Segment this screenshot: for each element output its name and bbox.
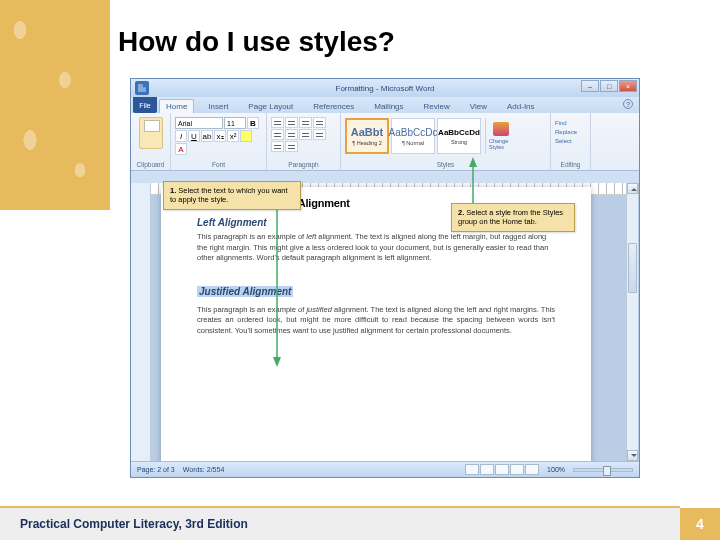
style-gallery: AaBbt ¶ Heading 2 AaBbCcDc ¶ Normal AaBb… <box>345 115 546 154</box>
tab-view[interactable]: View <box>464 100 493 113</box>
align-right-button[interactable] <box>313 129 326 140</box>
editing-group: Find Replace Select Editing <box>551 113 591 170</box>
highlight-button[interactable] <box>240 130 252 142</box>
scroll-up-button[interactable] <box>627 183 638 194</box>
tab-insert[interactable]: Insert <box>202 100 234 113</box>
font-name-select[interactable]: Arial <box>175 117 223 129</box>
zoom-slider[interactable] <box>573 468 633 472</box>
svg-marker-3 <box>469 157 477 167</box>
change-styles-button[interactable]: Change Styles <box>485 118 513 154</box>
decorative-pattern <box>0 0 110 210</box>
tab-mailings[interactable]: Mailings <box>368 100 409 113</box>
view-outline[interactable] <box>510 464 524 475</box>
editing-label: Editing <box>555 161 586 168</box>
style-normal[interactable]: AaBbCcDc ¶ Normal <box>391 118 435 154</box>
slide-title: How do I use styles? <box>118 26 395 58</box>
callout-2-arrow <box>467 157 487 205</box>
multilevel-button[interactable] <box>299 117 312 128</box>
close-button[interactable]: × <box>619 80 637 92</box>
vertical-scrollbar[interactable] <box>626 183 638 461</box>
italic-button[interactable]: I <box>175 130 187 142</box>
callout-2: 2. 2. Select a style from the Styles gro… <box>451 203 575 232</box>
tab-addins[interactable]: Add-Ins <box>501 100 541 113</box>
find-button[interactable]: Find <box>555 119 586 128</box>
titlebar: Formatting - Microsoft Word – □ × <box>131 79 639 97</box>
doc-paragraph-1: This paragraph is an example of left ali… <box>197 232 555 264</box>
styles-label: Styles <box>345 161 546 168</box>
maximize-button[interactable]: □ <box>600 80 618 92</box>
slide-page-number: 4 <box>680 508 720 540</box>
superscript-button[interactable]: x² <box>227 130 239 142</box>
zoom-percent: 100% <box>547 466 565 473</box>
select-button[interactable]: Select <box>555 137 586 146</box>
scroll-down-button[interactable] <box>627 450 638 461</box>
bold-button[interactable]: B <box>247 117 259 129</box>
underline-button[interactable]: U <box>188 130 200 142</box>
font-label: Font <box>175 161 262 168</box>
view-draft[interactable] <box>525 464 539 475</box>
window-title: Formatting - Microsoft Word <box>336 84 435 93</box>
statusbar: Page: 2 of 3 Words: 2/554 100% <box>131 461 639 477</box>
scroll-thumb[interactable] <box>628 243 637 293</box>
tab-review[interactable]: Review <box>418 100 456 113</box>
paste-button[interactable] <box>139 117 163 149</box>
indent-dec-button[interactable] <box>313 117 326 128</box>
align-justify-button[interactable] <box>271 141 284 152</box>
footer-text: Practical Computer Literacy, 3rd Edition <box>20 517 248 531</box>
numbering-button[interactable] <box>285 117 298 128</box>
font-color-button[interactable]: A <box>175 143 187 155</box>
clipboard-group: Clipboard <box>131 113 171 170</box>
subscript-button[interactable]: x₂ <box>214 130 226 142</box>
indent-inc-button[interactable] <box>271 129 284 140</box>
status-words: Words: 2/554 <box>183 466 225 473</box>
minimize-button[interactable]: – <box>581 80 599 92</box>
ribbon: Clipboard Arial 11 B I U ab x₂ x² A Font <box>131 113 639 171</box>
style-heading2[interactable]: AaBbt ¶ Heading 2 <box>345 118 389 154</box>
align-center-button[interactable] <box>299 129 312 140</box>
replace-button[interactable]: Replace <box>555 128 586 137</box>
tab-home[interactable]: Home <box>159 99 194 113</box>
word-window: Formatting - Microsoft Word – □ × File H… <box>130 78 640 478</box>
font-group: Arial 11 B I U ab x₂ x² A Font <box>171 113 267 170</box>
paragraph-label: Paragraph <box>271 161 336 168</box>
paragraph-group: Paragraph <box>267 113 341 170</box>
style-strong[interactable]: AaBbCcDd Strong <box>437 118 481 154</box>
tab-page-layout[interactable]: Page Layout <box>242 100 299 113</box>
help-icon[interactable]: ? <box>623 99 633 109</box>
file-tab[interactable]: File <box>133 97 157 113</box>
strike-button[interactable]: ab <box>201 130 213 142</box>
slide-footer: Practical Computer Literacy, 3rd Edition <box>0 508 720 540</box>
word-app-icon <box>135 81 149 95</box>
svg-marker-1 <box>273 357 281 367</box>
tab-references[interactable]: References <box>307 100 360 113</box>
view-full-screen[interactable] <box>480 464 494 475</box>
font-size-select[interactable]: 11 <box>224 117 246 129</box>
left-gutter <box>131 183 151 461</box>
bullets-button[interactable] <box>271 117 284 128</box>
line-spacing-button[interactable] <box>285 141 298 152</box>
ribbon-tabs: File Home Insert Page Layout References … <box>131 97 639 113</box>
doc-paragraph-2: This paragraph is an example of justifie… <box>197 305 555 337</box>
callout-1: 1. 1. Select the text to which you want … <box>163 181 301 210</box>
change-styles-icon <box>493 122 509 136</box>
view-web-layout[interactable] <box>495 464 509 475</box>
view-print-layout[interactable] <box>465 464 479 475</box>
styles-group: AaBbt ¶ Heading 2 AaBbCcDc ¶ Normal AaBb… <box>341 113 551 170</box>
clipboard-label: Clipboard <box>135 161 166 168</box>
callout-1-arrow <box>271 207 291 367</box>
align-left-button[interactable] <box>285 129 298 140</box>
status-page: Page: 2 of 3 <box>137 466 175 473</box>
